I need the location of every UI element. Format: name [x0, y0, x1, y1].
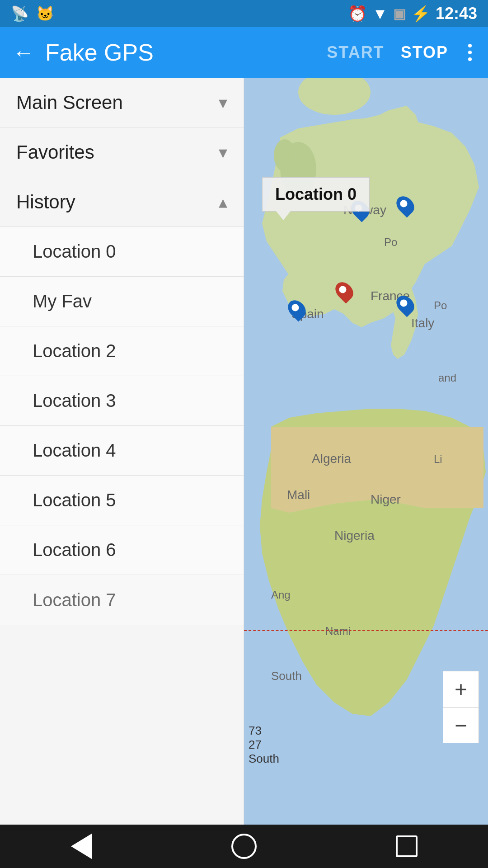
status-bar-left-icons: 📡 🐱: [11, 5, 54, 22]
list-item-location-2-label: Location 2: [33, 341, 116, 361]
section-history-label: History: [16, 191, 75, 213]
svg-text:Ang: Ang: [271, 589, 291, 601]
list-item-location-7[interactable]: Location 7: [0, 575, 244, 625]
status-bar: 📡 🐱 ⏰ ▼ ▣ ⚡ 12:43: [0, 0, 488, 27]
bottom-navigation: [0, 825, 488, 868]
coord-line3: South: [249, 752, 279, 766]
nav-home-button[interactable]: [226, 833, 262, 860]
stop-button[interactable]: STOP: [401, 43, 448, 62]
map-pin-active: [337, 281, 352, 301]
list-item-location-6[interactable]: Location 6: [0, 525, 244, 575]
nav-back-button[interactable]: [63, 833, 99, 860]
nav-home-icon: [231, 834, 257, 859]
list-item-location-7-label: Location 7: [33, 590, 116, 610]
equator-line: [244, 630, 488, 631]
map-tooltip-text: Location 0: [275, 185, 357, 203]
back-button[interactable]: ←: [13, 40, 34, 65]
list-item-location-2[interactable]: Location 2: [0, 326, 244, 376]
svg-text:and: and: [438, 372, 456, 384]
battery-icon: ⚡: [411, 5, 430, 23]
start-button[interactable]: START: [327, 43, 384, 62]
svg-text:Po: Po: [384, 236, 397, 248]
svg-text:Li: Li: [434, 453, 442, 465]
svg-text:South: South: [271, 669, 302, 683]
list-item-location-4-label: Location 4: [33, 440, 116, 461]
list-item-location-5-label: Location 5: [33, 490, 116, 510]
section-history[interactable]: History ▴: [0, 177, 244, 227]
list-item-location-3[interactable]: Location 3: [0, 376, 244, 426]
list-item-location-0-label: Location 0: [33, 241, 116, 262]
svg-text:Niger: Niger: [371, 492, 401, 506]
map-coords: 73 27 South: [249, 724, 279, 766]
sim-icon: ▣: [393, 6, 406, 22]
svg-point-5: [274, 139, 296, 172]
map-pin-2: [398, 195, 413, 215]
zoom-out-button[interactable]: −: [443, 707, 479, 743]
list-item-location-0[interactable]: Location 0: [0, 227, 244, 277]
app-bar-actions: START STOP: [327, 42, 475, 63]
alarm-icon: ⏰: [348, 5, 367, 23]
section-main-screen[interactable]: Main Screen ▾: [0, 78, 244, 127]
map-pin-spain: [289, 299, 305, 319]
nav-recents-icon: [396, 835, 418, 857]
list-item-my-fav-label: My Fav: [33, 291, 92, 311]
zoom-in-button[interactable]: +: [443, 671, 479, 707]
satellite-dish-icon: 📡: [11, 5, 29, 22]
list-item-location-6-label: Location 6: [33, 540, 116, 560]
chevron-history-icon: ▴: [219, 192, 227, 212]
app-title: Fake GPS: [45, 39, 327, 66]
section-favorites-label: Favorites: [16, 142, 94, 163]
chevron-favorites-icon: ▾: [219, 142, 227, 162]
list-item-location-5[interactable]: Location 5: [0, 476, 244, 525]
wifi-icon: ▼: [372, 5, 388, 23]
map-tooltip: Location 0: [262, 177, 370, 212]
svg-text:Italy: Italy: [411, 316, 434, 330]
svg-text:Po: Po: [434, 299, 447, 311]
nav-back-icon: [71, 834, 92, 859]
app-bar: ← Fake GPS START STOP: [0, 27, 488, 78]
list-item-my-fav[interactable]: My Fav: [0, 277, 244, 326]
svg-text:Mali: Mali: [287, 488, 310, 502]
nav-recents-button[interactable]: [389, 833, 425, 860]
list-item-location-3-label: Location 3: [33, 391, 116, 411]
zoom-controls: + −: [443, 671, 479, 743]
cat-icon: 🐱: [36, 5, 54, 22]
section-main-screen-label: Main Screen: [16, 92, 123, 113]
more-options-button[interactable]: [465, 42, 475, 63]
list-item-location-4[interactable]: Location 4: [0, 426, 244, 476]
svg-text:Nigeria: Nigeria: [334, 528, 375, 542]
coord-line1: 73: [249, 724, 279, 738]
map-pin-italy: [398, 295, 413, 315]
left-panel: Main Screen ▾ Favorites ▾ History ▴ Loca…: [0, 78, 244, 825]
main-content: Main Screen ▾ Favorites ▾ History ▴ Loca…: [0, 78, 488, 825]
status-bar-right-icons: ⏰ ▼ ▣ ⚡ 12:43: [348, 4, 477, 23]
coord-line2: 27: [249, 738, 279, 752]
chevron-main-screen-icon: ▾: [219, 93, 227, 113]
svg-text:Algeria: Algeria: [312, 452, 352, 466]
map-area[interactable]: Norway France Italy Spain Po Po and Alge…: [244, 78, 488, 825]
section-favorites[interactable]: Favorites ▾: [0, 127, 244, 177]
time-display: 12:43: [436, 4, 477, 23]
